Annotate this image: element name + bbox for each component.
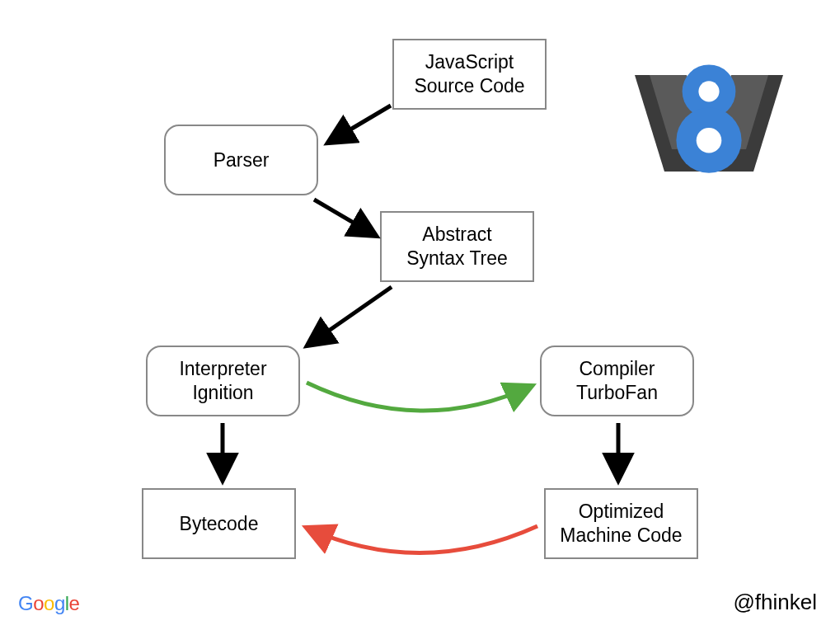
google-letter-3: g (54, 592, 65, 615)
google-letter-1: o (33, 592, 44, 615)
node-parser-label: Parser (214, 148, 270, 172)
node-ast-label: AbstractSyntax Tree (406, 223, 508, 270)
svg-point-7 (697, 128, 722, 153)
node-bytecode-label: Bytecode (180, 512, 259, 536)
node-interpreter-label: InterpreterIgnition (179, 357, 266, 405)
v8-logo-icon (635, 45, 783, 194)
node-source: JavaScriptSource Code (392, 39, 547, 110)
node-interpreter: InterpreterIgnition (146, 346, 300, 416)
node-compiler: CompilerTurboFan (540, 346, 694, 416)
google-letter-2: o (44, 592, 54, 615)
diagram-canvas: JavaScriptSource Code Parser AbstractSyn… (0, 0, 840, 630)
google-logo: Google (18, 592, 79, 615)
google-letter-5: e (69, 592, 80, 615)
author-handle: @fhinkel (733, 590, 817, 615)
svg-point-6 (698, 81, 719, 101)
node-ast: AbstractSyntax Tree (380, 211, 534, 282)
arrow-source-to-parser (328, 106, 391, 143)
node-source-label: JavaScriptSource Code (414, 50, 524, 98)
node-optimized-label: OptimizedMachine Code (560, 500, 682, 548)
node-parser: Parser (164, 125, 318, 195)
arrow-parser-to-ast (314, 200, 376, 236)
google-letter-0: G (18, 592, 33, 615)
node-optimized: OptimizedMachine Code (544, 488, 698, 559)
node-compiler-label: CompilerTurboFan (576, 357, 658, 405)
arrow-optimized-to-bytecode (307, 526, 537, 553)
arrow-interpreter-to-compiler (307, 383, 532, 411)
node-bytecode: Bytecode (142, 488, 296, 559)
arrow-ast-to-interpreter (307, 287, 392, 346)
